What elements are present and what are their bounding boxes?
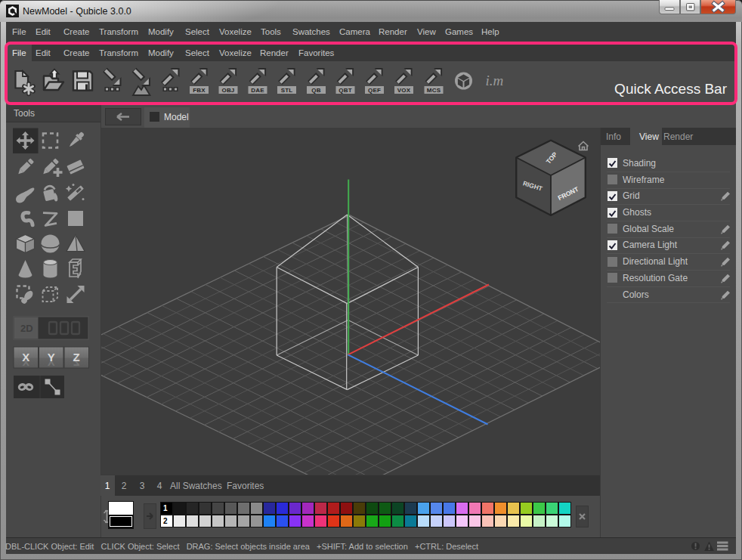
svg-text:2D: 2D — [20, 323, 33, 334]
svg-text:Y: Y — [48, 356, 55, 369]
svg-text:Z: Z — [73, 356, 80, 369]
svg-text:X: X — [22, 356, 29, 369]
